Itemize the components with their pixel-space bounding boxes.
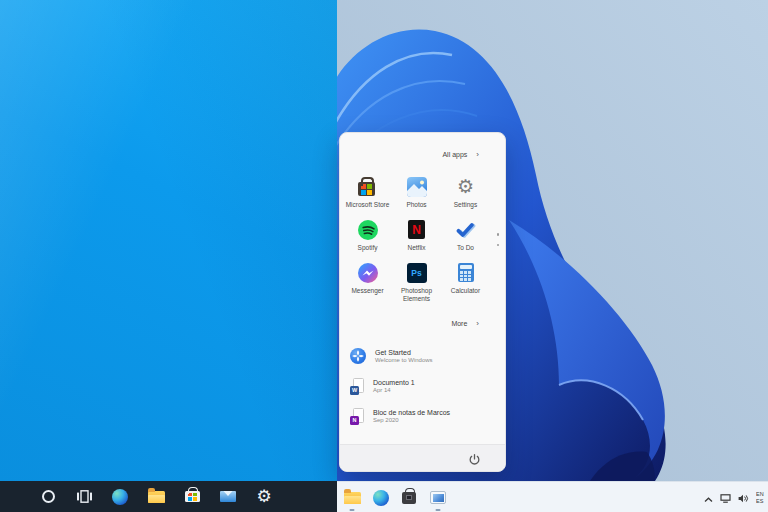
photos-button[interactable] <box>425 482 451 512</box>
app-label: Photos <box>406 201 426 209</box>
microsoft-store-icon <box>185 491 200 502</box>
calculator-icon <box>458 263 474 282</box>
chevron-right-icon: › <box>476 150 479 159</box>
settings-gear-icon: ⚙ <box>456 177 476 197</box>
photos-icon <box>430 491 446 504</box>
tray-language-indicator[interactable]: EN ES <box>756 491 768 504</box>
recommended-subtitle: Welcome to Windows <box>375 357 433 363</box>
messenger-icon <box>358 263 378 283</box>
app-label: Calculator <box>451 287 480 295</box>
microsoft-store-icon <box>402 492 416 504</box>
recommended-section: Get Started Welcome to Windows W Documen… <box>350 341 497 431</box>
app-settings[interactable]: ⚙ Settings <box>441 177 490 220</box>
system-tray: EN ES <box>704 482 768 512</box>
language-line-2: ES <box>756 498 768 504</box>
win11-taskbar: EN ES <box>337 481 768 512</box>
onenote-document-icon: N <box>350 408 364 425</box>
netflix-icon: N <box>408 220 425 239</box>
app-photoshop-elements[interactable]: Ps Photoshop Elements <box>392 263 441 306</box>
edge-button[interactable] <box>368 482 394 512</box>
recommended-title: Get Started <box>375 349 433 356</box>
desktop-comparison-screen: All apps › Microsoft Store Photos ⚙ Se <box>0 0 768 512</box>
recommended-subtitle: Sep 2020 <box>373 417 450 423</box>
speaker-icon <box>738 494 749 503</box>
running-indicator <box>350 509 355 511</box>
app-calculator[interactable]: Calculator <box>441 263 490 306</box>
app-to-do[interactable]: To Do <box>441 220 490 263</box>
running-indicator <box>436 509 441 511</box>
start-menu-footer <box>340 444 505 471</box>
get-started-icon <box>350 348 366 364</box>
app-microsoft-store[interactable]: Microsoft Store <box>343 177 392 220</box>
app-label: Spotify <box>358 244 378 252</box>
app-label: Photoshop Elements <box>394 287 440 303</box>
file-explorer-button[interactable] <box>142 481 170 512</box>
edge-button[interactable] <box>106 481 134 512</box>
app-spotify[interactable]: Spotify <box>343 220 392 263</box>
tray-chevron-up-button[interactable] <box>704 489 713 507</box>
file-explorer-icon <box>344 492 361 504</box>
photoshop-elements-icon: Ps <box>407 263 427 283</box>
cortana-button[interactable] <box>34 481 62 512</box>
app-label: To Do <box>457 244 474 252</box>
to-do-icon <box>456 220 476 240</box>
app-label: Microsoft Store <box>346 201 390 209</box>
app-photos[interactable]: Photos <box>392 177 441 220</box>
recommended-item-get-started[interactable]: Get Started Welcome to Windows <box>350 341 497 371</box>
display-network-icon <box>720 494 731 503</box>
settings-button[interactable]: ⚙ <box>250 481 278 512</box>
edge-icon <box>373 490 389 506</box>
win10-taskbar: ⚙ <box>0 481 337 512</box>
mail-button[interactable] <box>214 481 242 512</box>
menu-scrollbar[interactable] <box>497 233 500 246</box>
more-button[interactable]: More › <box>451 319 479 328</box>
microsoft-store-button[interactable] <box>178 481 206 512</box>
pinned-apps-grid: Microsoft Store Photos ⚙ Settings <box>343 177 493 306</box>
cortana-icon <box>42 490 55 503</box>
task-view-button[interactable] <box>70 481 98 512</box>
word-document-icon: W <box>350 378 364 395</box>
more-label: More <box>451 320 467 327</box>
app-messenger[interactable]: Messenger <box>343 263 392 306</box>
mail-icon <box>220 491 236 502</box>
edge-icon <box>112 489 128 505</box>
app-label: Messenger <box>351 287 383 295</box>
photos-icon <box>407 177 427 197</box>
file-explorer-button[interactable] <box>339 482 365 512</box>
chevron-up-icon <box>704 497 713 503</box>
microsoft-store-icon <box>358 182 375 196</box>
tray-volume-button[interactable] <box>738 489 749 507</box>
power-button[interactable] <box>468 452 481 465</box>
tray-network-button[interactable] <box>720 489 731 507</box>
recommended-item-documento-1[interactable]: W Documento 1 Apr 14 <box>350 371 497 401</box>
file-explorer-icon <box>148 491 165 503</box>
recommended-subtitle: Apr 14 <box>373 387 415 393</box>
chevron-right-icon: › <box>476 319 479 328</box>
recommended-title: Bloc de notas de Marcos <box>373 409 450 416</box>
all-apps-label: All apps <box>442 151 467 158</box>
spotify-icon <box>358 220 378 240</box>
win10-desktop-wallpaper <box>0 0 337 512</box>
all-apps-button[interactable]: All apps › <box>442 150 479 159</box>
microsoft-store-button[interactable] <box>396 482 422 512</box>
task-view-icon <box>77 490 92 503</box>
app-label: Netflix <box>407 244 425 252</box>
recommended-item-bloc-de-notas[interactable]: N Bloc de notas de Marcos Sep 2020 <box>350 401 497 431</box>
start-menu-panel: All apps › Microsoft Store Photos ⚙ Se <box>339 132 506 472</box>
settings-gear-icon: ⚙ <box>256 481 271 512</box>
recommended-title: Documento 1 <box>373 379 415 386</box>
app-label: Settings <box>454 201 478 209</box>
app-netflix[interactable]: N Netflix <box>392 220 441 263</box>
